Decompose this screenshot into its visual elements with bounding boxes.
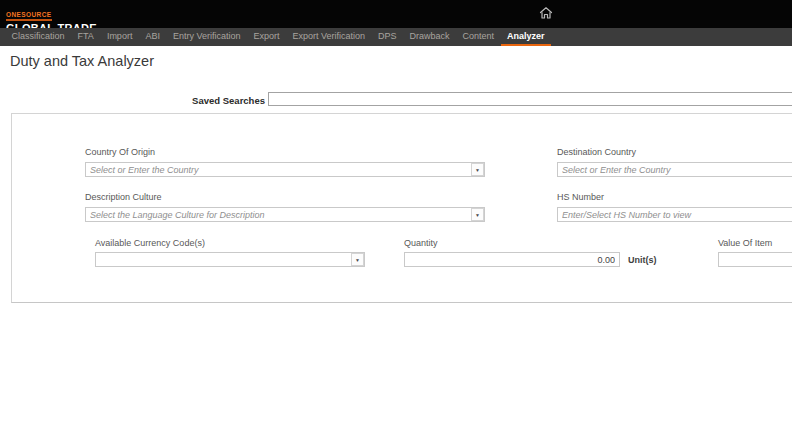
- nav-item-drawback[interactable]: Drawback: [403, 28, 456, 46]
- country-of-origin-label: Country Of Origin: [85, 147, 155, 157]
- logo-onesource: ONESOURCE: [6, 11, 52, 21]
- duty-tax-analyzer-screen: ONESOURCE GLOBAL TRADE Classification FT…: [0, 0, 792, 446]
- nav-item-entry-verification[interactable]: Entry Verification: [166, 28, 247, 46]
- quantity-unit-label: Unit(s): [628, 255, 657, 265]
- nav-item-classification[interactable]: Classification: [5, 28, 71, 46]
- available-currency-combobox: ▼: [95, 252, 365, 267]
- nav-item-dps[interactable]: DPS: [372, 28, 404, 46]
- nav-item-abi[interactable]: ABI: [139, 28, 167, 46]
- quantity-input[interactable]: [404, 252, 620, 267]
- nav-item-export-verification[interactable]: Export Verification: [286, 28, 372, 46]
- hs-number-label: HS Number: [557, 192, 604, 202]
- nav-item-export[interactable]: Export: [247, 28, 286, 46]
- chevron-down-icon[interactable]: ▼: [351, 253, 364, 266]
- quantity-label: Quantity: [404, 238, 438, 248]
- chevron-down-icon[interactable]: ▼: [471, 163, 484, 176]
- top-bar: ONESOURCE GLOBAL TRADE: [0, 0, 792, 28]
- description-culture-label: Description Culture: [85, 192, 162, 202]
- hs-number-input[interactable]: [557, 207, 792, 222]
- home-icon[interactable]: [538, 5, 554, 21]
- nav-item-fta[interactable]: FTA: [71, 28, 100, 46]
- country-of-origin-combobox: ▼: [85, 162, 485, 177]
- destination-country-input[interactable]: [557, 162, 792, 177]
- destination-country-label: Destination Country: [557, 147, 636, 157]
- description-culture-combobox: ▼: [85, 207, 485, 222]
- nav-item-analyzer[interactable]: Analyzer: [501, 28, 552, 46]
- page-title: Duty and Tax Analyzer: [10, 53, 154, 69]
- saved-searches-input[interactable]: [268, 92, 792, 106]
- chevron-down-icon[interactable]: ▼: [471, 208, 484, 221]
- available-currency-input[interactable]: [95, 252, 365, 267]
- saved-searches-label: Saved Searches: [140, 95, 265, 106]
- nav-item-import[interactable]: Import: [100, 28, 139, 46]
- main-nav: Classification FTA Import ABI Entry Veri…: [0, 28, 792, 46]
- available-currency-label: Available Currency Code(s): [95, 238, 205, 248]
- value-of-item-label: Value Of Item: [718, 238, 772, 248]
- country-of-origin-input[interactable]: [85, 162, 485, 177]
- nav-item-content[interactable]: Content: [456, 28, 501, 46]
- description-culture-input[interactable]: [85, 207, 485, 222]
- value-of-item-input[interactable]: [718, 252, 792, 267]
